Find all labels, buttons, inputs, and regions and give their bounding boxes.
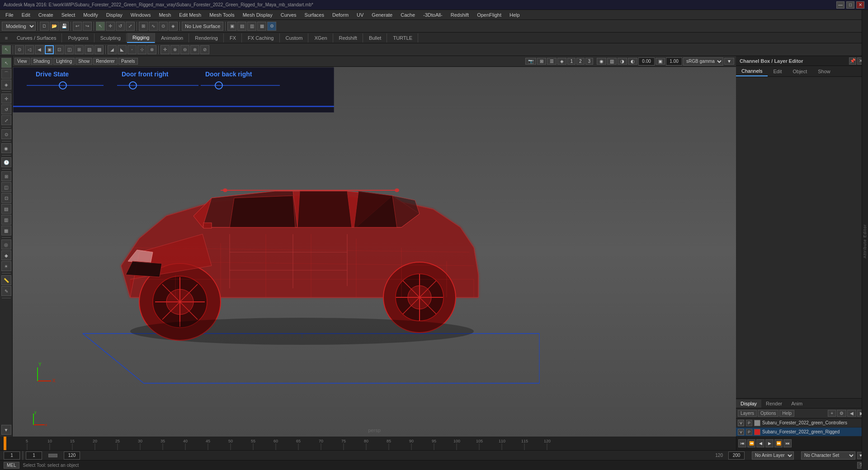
shaded-btn[interactable]: ▥: [1, 215, 11, 225]
tool-xform5[interactable]: ⊘: [200, 45, 209, 54]
tool-wire1[interactable]: ◫: [65, 45, 74, 54]
tab-expand-icon[interactable]: ≡: [2, 33, 11, 43]
tool-wire4[interactable]: ▩: [94, 45, 104, 54]
tab-redshift[interactable]: Redshift: [334, 33, 363, 42]
menu-surfaces[interactable]: Surfaces: [301, 11, 328, 19]
xray-btn[interactable]: ◎: [1, 240, 11, 249]
vp-smooth[interactable]: ◑: [618, 58, 627, 65]
tool-xform1[interactable]: ✛: [160, 45, 170, 54]
soft-mod-btn[interactable]: ◫: [1, 182, 11, 192]
extras-btn[interactable]: ▼: [1, 425, 11, 435]
wire-btn[interactable]: ▤: [1, 204, 11, 214]
snap-surface-button[interactable]: ◈: [169, 22, 178, 31]
goto-start-btn[interactable]: ⏮: [738, 439, 746, 447]
menu-windows[interactable]: Windows: [127, 11, 155, 19]
redo-button[interactable]: ↪: [83, 22, 92, 31]
tool-xform4[interactable]: ⊗: [190, 45, 199, 54]
menu-display[interactable]: Display: [103, 11, 126, 19]
tab-rigging[interactable]: Rigging: [127, 33, 155, 43]
move-btn[interactable]: ✛: [1, 94, 11, 103]
tool-sym5[interactable]: ⊗: [147, 45, 156, 54]
open-scene-button[interactable]: 📂: [50, 22, 59, 31]
snap-toggle-btn[interactable]: ⊞: [1, 171, 11, 181]
menu-mesh-tools[interactable]: Mesh Tools: [206, 11, 238, 19]
render-tab[interactable]: Render: [761, 400, 787, 408]
tool-xform2[interactable]: ⊕: [170, 45, 179, 54]
vp-render-quality1[interactable]: 1: [567, 58, 576, 65]
start-frame-input[interactable]: [26, 451, 42, 460]
menu-uv[interactable]: UV: [353, 11, 367, 19]
gamma-black-input[interactable]: 0.00: [638, 57, 655, 66]
tab-turtle[interactable]: TURTLE: [387, 33, 418, 42]
soft-sel-btn[interactable]: ◉: [1, 143, 11, 153]
vp-wire-shade[interactable]: ▥: [607, 58, 617, 65]
tab-rendering[interactable]: Rendering: [189, 33, 224, 42]
tool-circle[interactable]: ⊡: [55, 45, 64, 54]
close-button[interactable]: ✕: [856, 1, 864, 9]
history-btn[interactable]: 🕐: [1, 157, 11, 167]
menu-redshift[interactable]: Redshift: [447, 11, 472, 19]
rotate-tool-button[interactable]: ↺: [116, 22, 125, 31]
menu-select[interactable]: Select: [58, 11, 79, 19]
menu-help[interactable]: Help: [506, 11, 524, 19]
new-scene-button[interactable]: 🗋: [40, 22, 49, 31]
tool-lasso[interactable]: ⊙: [15, 45, 24, 54]
layer-row-controllers[interactable]: V P Subaru_Forester_2022_green_Controlle…: [736, 418, 868, 428]
vp-ao[interactable]: ◐: [628, 58, 637, 65]
menu-deform[interactable]: Deform: [329, 11, 352, 19]
step-back-btn[interactable]: ⏪: [747, 439, 755, 447]
annotate-btn[interactable]: ✎: [1, 286, 11, 296]
vp-grid[interactable]: ⊞: [537, 58, 546, 65]
move-tool-button[interactable]: ✛: [106, 22, 115, 31]
menu-cache[interactable]: Cache: [397, 11, 419, 19]
script-language-selector[interactable]: MEL: [4, 462, 19, 469]
tab-sculpting[interactable]: Sculpting: [95, 33, 127, 42]
menu-curves[interactable]: Curves: [277, 11, 300, 19]
character-set-select[interactable]: No Character Set: [801, 451, 855, 460]
vp-show-menu[interactable]: Show: [75, 58, 92, 65]
scale-btn[interactable]: ⤢: [1, 115, 11, 125]
snap-point-button[interactable]: ⊙: [159, 22, 168, 31]
snap-grid-button[interactable]: ⊞: [139, 22, 148, 31]
isolate-btn[interactable]: ◆: [1, 250, 11, 260]
render-settings-btn[interactable]: ⚙: [267, 22, 276, 31]
minimize-button[interactable]: —: [836, 1, 844, 9]
current-frame-input[interactable]: [4, 451, 20, 460]
menu-modify[interactable]: Modify: [80, 11, 101, 19]
tab-bullet[interactable]: Bullet: [363, 33, 387, 42]
vp-hudtoggle[interactable]: ☰: [547, 58, 557, 65]
menu-edit[interactable]: Edit: [18, 11, 34, 19]
menu-mesh-display[interactable]: Mesh Display: [239, 11, 276, 19]
tab-polygons[interactable]: Polygons: [62, 33, 94, 42]
select-mode-btn[interactable]: ↖: [1, 58, 11, 68]
vp-isolate-sel[interactable]: ◉: [597, 58, 606, 65]
options-menu-btn[interactable]: Options: [758, 410, 778, 417]
edit-tab[interactable]: Edit: [768, 67, 787, 76]
end-frame-input[interactable]: [64, 451, 80, 460]
play-back-btn[interactable]: ◀: [756, 439, 764, 447]
scale-tool-button[interactable]: ⤢: [126, 22, 135, 31]
paint-select-btn[interactable]: ◈: [1, 80, 11, 89]
display-tab[interactable]: Display: [736, 400, 761, 408]
tool-paint[interactable]: ◁: [25, 45, 34, 54]
tool-sym2[interactable]: ◣: [118, 45, 127, 54]
tab-custom[interactable]: Custom: [280, 33, 309, 42]
vp-lighting-menu[interactable]: Lighting: [53, 58, 75, 65]
tool-box[interactable]: ▣: [45, 45, 54, 54]
vp-cam1[interactable]: 📷: [525, 58, 536, 65]
vp-sel-mask[interactable]: ◈: [557, 58, 566, 65]
tool-sym4[interactable]: ⊹: [137, 45, 146, 54]
tool-xform3[interactable]: ⊖: [180, 45, 189, 54]
menu-edit-mesh[interactable]: Edit Mesh: [175, 11, 205, 19]
color-space-select[interactable]: sRGB gamma: [683, 57, 723, 66]
vp-colorspace-options[interactable]: ▼: [724, 58, 734, 65]
vp-renderer-menu[interactable]: Renderer: [93, 58, 118, 65]
menu-file[interactable]: File: [2, 11, 17, 19]
layer-options-btn[interactable]: ⚙: [837, 410, 846, 417]
tab-fx[interactable]: FX: [224, 33, 242, 42]
tool-sym1[interactable]: ◢: [108, 45, 117, 54]
play-fwd-btn[interactable]: ▶: [765, 439, 774, 447]
maximize-button[interactable]: □: [846, 1, 854, 9]
viewport-canvas[interactable]: Drive State Door front right Door back r…: [13, 67, 736, 437]
anim-layer-select[interactable]: No Anim Layer: [752, 451, 794, 460]
